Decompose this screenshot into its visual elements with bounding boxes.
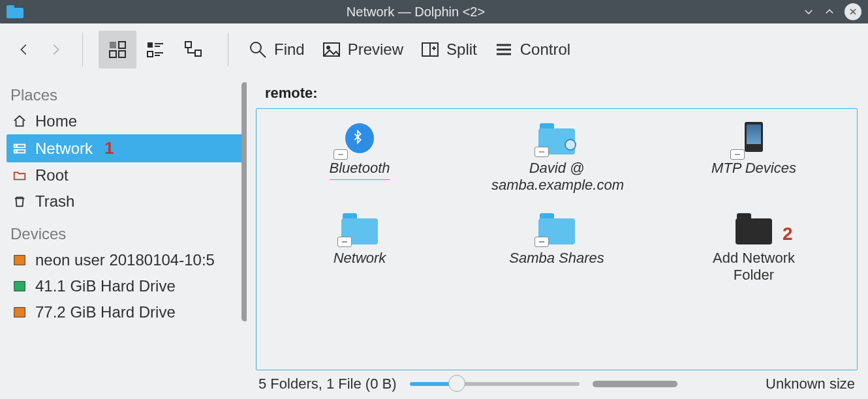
svg-rect-13 (195, 50, 201, 56)
network-icon (12, 141, 27, 156)
grid-icon (108, 40, 127, 59)
svg-rect-6 (147, 42, 153, 48)
find-button[interactable]: Find (244, 37, 309, 62)
view-details-button[interactable] (136, 31, 174, 68)
item-samba-host[interactable]: David @ samba.example.com (461, 122, 652, 194)
chevron-right-icon (48, 42, 63, 57)
mtp-icon (736, 122, 772, 155)
preview-label: Preview (348, 40, 403, 59)
item-label: MTP Devices (711, 160, 796, 177)
sidebar-scrollbar[interactable]: Places Home Network 1 Root Trash Devices (7, 82, 247, 392)
sidebar-item-trash[interactable]: Trash (7, 188, 247, 214)
split-icon (420, 40, 440, 59)
svg-point-17 (327, 46, 330, 49)
view-tree-button[interactable] (174, 31, 212, 68)
toolbar: Find Preview Split Control (0, 23, 868, 76)
status-summary: 5 Folders, 1 File (0 B) (258, 376, 397, 392)
image-icon (322, 40, 341, 59)
places-panel: Places Home Network 1 Root Trash Devices (0, 76, 249, 399)
disk-icon (12, 252, 27, 268)
folder-app-icon (7, 5, 23, 18)
trash-icon (12, 194, 27, 209)
network-folder-icon (341, 212, 378, 244)
sidebar-item-label: Home (35, 112, 77, 130)
control-label: Control (520, 40, 570, 59)
home-icon (12, 113, 27, 129)
root-folder-icon (12, 168, 27, 183)
svg-point-28 (16, 151, 18, 152)
svg-rect-4 (110, 51, 116, 57)
nav-back-button[interactable] (13, 38, 35, 61)
control-button[interactable]: Control (490, 37, 574, 62)
item-add-network-folder[interactable]: Add Network Folder 2 (659, 212, 849, 284)
tree-icon (183, 40, 203, 59)
sidebar-item-label: Root (35, 166, 69, 185)
svg-rect-29 (14, 256, 25, 265)
close-button[interactable] (845, 3, 861, 20)
sidebar-item-device[interactable]: neon user 20180104-10:5 (7, 247, 247, 273)
svg-point-27 (16, 145, 18, 146)
view-mode-group (99, 31, 212, 68)
find-label: Find (274, 40, 305, 59)
sidebar-item-root[interactable]: Root (7, 162, 247, 188)
disk-icon (12, 278, 27, 294)
svg-rect-12 (185, 42, 191, 48)
statusbar: 5 Folders, 1 File (0 B) Unknown size (256, 370, 858, 392)
devices-header: Devices (7, 221, 247, 247)
sidebar-item-label: 41.1 GiB Hard Drive (35, 277, 176, 295)
item-label: Bluetooth (330, 160, 390, 180)
item-label: David @ samba.example.com (491, 160, 622, 194)
list-icon (146, 40, 165, 59)
item-network[interactable]: Network (264, 212, 455, 284)
window-title: Network — Dolphin <2> (29, 5, 803, 20)
item-label: Network (333, 250, 386, 267)
main-view: remote: Bluetooth David @ samba.example.… (249, 76, 868, 399)
svg-line-15 (260, 52, 266, 57)
item-label: Samba Shares (509, 250, 604, 267)
item-samba-shares[interactable]: Samba Shares (461, 212, 652, 284)
item-label: Add Network Folder (702, 250, 806, 284)
sidebar-item-device[interactable]: 41.1 GiB Hard Drive (7, 273, 247, 299)
svg-point-14 (251, 42, 261, 53)
sidebar-item-label: Network (35, 140, 93, 158)
item-bluetooth[interactable]: Bluetooth (264, 122, 455, 194)
icon-view[interactable]: Bluetooth David @ samba.example.com MTP … (256, 108, 858, 370)
minimize-icon[interactable] (803, 6, 814, 18)
sidebar-item-device[interactable]: 77.2 GiB Hard Drive (7, 299, 247, 325)
zoom-slider[interactable] (410, 381, 580, 387)
separator (228, 33, 228, 66)
hamburger-icon (494, 40, 514, 59)
network-folder-icon (538, 212, 575, 244)
svg-rect-3 (119, 42, 125, 48)
svg-rect-2 (110, 42, 116, 48)
svg-rect-30 (14, 282, 25, 291)
nav-forward-button[interactable] (44, 38, 67, 61)
sidebar-item-label: neon user 20180104-10:5 (35, 251, 215, 269)
places-header: Places (7, 82, 247, 108)
sidebar-item-home[interactable]: Home (7, 108, 247, 134)
disk-icon (12, 304, 27, 320)
svg-rect-5 (119, 51, 125, 57)
network-folder-icon (538, 122, 575, 155)
close-icon (848, 7, 858, 16)
sidebar-item-network[interactable]: Network 1 (7, 134, 247, 162)
bluetooth-icon (341, 122, 378, 155)
maximize-icon[interactable] (824, 6, 835, 18)
svg-rect-31 (14, 308, 25, 318)
svg-rect-9 (147, 52, 153, 57)
location-bar[interactable]: remote: (256, 81, 858, 108)
chevron-left-icon (17, 42, 31, 57)
view-icons-button[interactable] (99, 31, 136, 68)
sidebar-item-label: Trash (35, 192, 74, 211)
titlebar: Network — Dolphin <2> (0, 0, 868, 23)
split-label: Split (446, 40, 477, 59)
preview-button[interactable]: Preview (318, 37, 407, 62)
split-button[interactable]: Split (416, 37, 481, 62)
separator (82, 33, 83, 66)
item-mtp[interactable]: MTP Devices (659, 122, 849, 194)
annotation-marker: 1 (104, 138, 114, 158)
search-icon (248, 40, 268, 59)
annotation-marker: 2 (783, 224, 793, 244)
sidebar-item-label: 77.2 GiB Hard Drive (35, 303, 176, 321)
capacity-bar (593, 381, 677, 387)
